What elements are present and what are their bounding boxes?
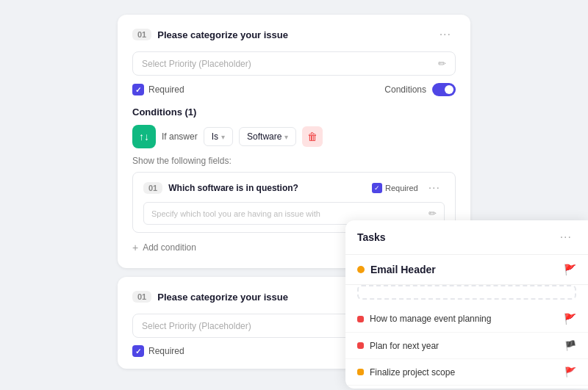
add-condition-label: Add condition: [143, 242, 196, 253]
step-badge: 01: [132, 29, 151, 40]
task-dot-red: [357, 316, 364, 322]
delete-icon: 🗑: [307, 131, 318, 142]
operator-select[interactable]: Is ▾: [204, 127, 233, 146]
task-dot-yellow: [357, 369, 364, 375]
edit-icon: ✏: [438, 58, 446, 69]
sub-placeholder: Specify which tool you are having an iss…: [151, 209, 320, 218]
card2-title: Please categorize your issue: [157, 292, 288, 303]
sub-card-title: Which software is in question?: [168, 183, 298, 193]
card-title-row: 01 Please categorize your issue: [132, 29, 288, 40]
card2-title-row: 01 Please categorize your issue: [132, 291, 288, 303]
task-list: How to manage event planning 🚩 Plan for …: [345, 303, 588, 389]
condition-type-icon: ↑↓: [132, 125, 156, 148]
sub-required-label: Required: [385, 184, 418, 192]
task-flag-2: 🏴: [564, 340, 576, 351]
task-item-left: How to manage event planning: [357, 314, 491, 324]
required-row: Required Conditions: [132, 83, 456, 96]
card2-step-badge: 01: [132, 291, 151, 303]
task-text-3: Finalize project scope: [370, 367, 455, 378]
operator-value: Is: [212, 131, 218, 142]
task-text-2: Plan for next year: [370, 341, 439, 351]
operator-arrow: ▾: [221, 133, 225, 141]
card-title: Please categorize your issue: [157, 29, 288, 40]
sub-card-title-row: 01 Which software is in question?: [143, 182, 298, 194]
task-item-left-2: Plan for next year: [357, 341, 439, 351]
sub-step-badge: 01: [143, 182, 162, 194]
panel-options-button[interactable]: ···: [556, 229, 576, 245]
task-item-left-3: Finalize project scope: [357, 367, 455, 378]
value-text: Software: [247, 131, 282, 142]
task-item-3[interactable]: Finalize project scope 🚩: [345, 359, 588, 386]
email-header-dot: [357, 266, 365, 273]
card-options-button[interactable]: ···: [435, 26, 456, 43]
conditions-right: Conditions: [384, 83, 456, 96]
value-arrow: ▾: [284, 133, 288, 141]
card2-required-label: Required: [148, 346, 184, 356]
add-icon: +: [132, 242, 138, 253]
card-header: 01 Please categorize your issue ···: [132, 26, 456, 43]
sub-required: Required: [372, 183, 418, 193]
priority-select[interactable]: Select Priority (Placeholder) ✏: [132, 51, 456, 76]
email-header-flag: 🚩: [564, 264, 576, 275]
email-header-row[interactable]: Email Header 🚩: [345, 255, 588, 285]
sub-card-options-button[interactable]: ···: [424, 180, 445, 196]
sub-required-checkbox[interactable]: [372, 183, 382, 193]
task-flag-1: 🚩: [564, 313, 576, 325]
conditions-label: Conditions: [384, 84, 426, 95]
email-header-left: Email Header: [357, 264, 436, 275]
show-fields-text: Show the following fields:: [132, 156, 456, 166]
value-select[interactable]: Software ▾: [239, 127, 296, 146]
email-header-title: Email Header: [370, 264, 436, 275]
required-left: Required: [132, 84, 184, 95]
card2-required-checkbox[interactable]: [132, 345, 144, 357]
sub-card-header: 01 Which software is in question? Requir…: [143, 180, 445, 196]
required-checkbox[interactable]: [132, 84, 144, 95]
panel-header: Tasks ···: [345, 220, 588, 255]
dashed-separator: [357, 285, 576, 300]
delete-condition-button[interactable]: 🗑: [302, 126, 323, 147]
conditions-toggle[interactable]: [432, 83, 456, 96]
task-item-2[interactable]: Plan for next year 🏴: [345, 333, 588, 359]
condition-row: ↑↓ If answer Is ▾ Software ▾ 🗑: [132, 125, 456, 148]
task-flag-3: 🚩: [564, 366, 576, 378]
task-dot-red-2: [357, 342, 364, 349]
card2-priority-placeholder: Select Priority (Placeholder): [142, 321, 251, 331]
if-answer-text: If answer: [162, 131, 198, 142]
priority-placeholder: Select Priority (Placeholder): [142, 59, 251, 69]
panel-title: Tasks: [357, 231, 386, 243]
sub-edit-icon: ✏: [429, 208, 437, 219]
task-text: How to manage event planning: [370, 314, 491, 324]
card2-required-left: Required: [132, 345, 184, 357]
right-panel: Tasks ··· Email Header 🚩 How to manage e…: [345, 220, 588, 389]
conditions-title: Conditions (1): [132, 106, 456, 118]
required-label: Required: [148, 84, 184, 95]
task-item[interactable]: How to manage event planning 🚩: [345, 306, 588, 333]
